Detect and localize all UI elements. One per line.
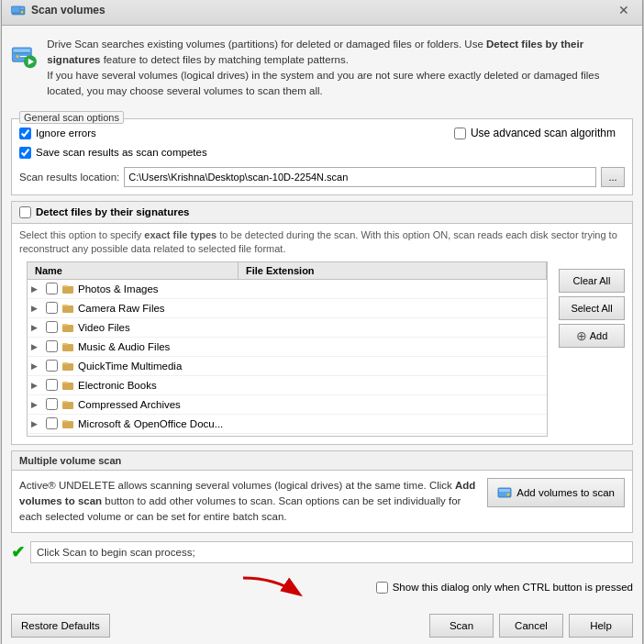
detect-signatures-checkbox[interactable] (19, 206, 31, 218)
title-bar-left: Scan volumes (11, 3, 105, 17)
help-button[interactable]: Help (569, 614, 633, 638)
add-volumes-button[interactable]: Add volumes to scan (487, 478, 625, 507)
drive-scan-icon (11, 3, 26, 17)
list-item[interactable]: ▶ QuickTime Multimedia (28, 357, 547, 376)
item-checkbox[interactable] (46, 283, 58, 294)
action-buttons: Scan Cancel Help (429, 614, 633, 638)
folder-icon (61, 340, 74, 353)
multi-volume-text: Active® UNDELETE allows scanning several… (19, 478, 480, 526)
list-item[interactable]: ▶ Photos & Images (28, 280, 547, 299)
detect-section: Detect files by their signatures Select … (11, 201, 633, 445)
save-scan-row: Save scan results as scan competes (19, 147, 625, 159)
scan-location-input[interactable] (124, 167, 596, 187)
save-scan-checkbox[interactable] (19, 147, 31, 159)
add-label: Add (590, 330, 608, 341)
expand-arrow-icon[interactable]: ▶ (31, 304, 42, 313)
expand-arrow-icon[interactable]: ▶ (31, 342, 42, 351)
general-options-label: General scan options (19, 111, 124, 124)
header-line1: Drive Scan searches existing volumes (pa… (47, 39, 583, 65)
item-name: QuickTime Multimedia (78, 361, 429, 372)
svg-point-22 (507, 493, 510, 495)
expand-arrow-icon[interactable]: ▶ (31, 361, 42, 371)
svg-rect-6 (14, 52, 30, 53)
plus-icon: ⊕ (576, 328, 587, 343)
add-button[interactable]: ⊕ Add (559, 324, 625, 348)
svg-rect-15 (62, 363, 73, 371)
advanced-scan-row: Use advanced scan algorithm (454, 127, 616, 139)
select-all-button[interactable]: Select All (559, 296, 625, 320)
red-arrow-icon (239, 573, 312, 601)
cancel-button[interactable]: Cancel (499, 614, 563, 638)
scan-volumes-dialog: Scan volumes ✕ Drive Scan searches exist… (1, 0, 643, 644)
restore-defaults-button[interactable]: Restore Defaults (11, 614, 110, 638)
detect-header: Detect files by their signatures (12, 202, 632, 224)
svg-rect-16 (62, 383, 73, 390)
detect-subtext: Select this option to specify exact file… (12, 224, 632, 261)
item-checkbox[interactable] (46, 321, 58, 333)
list-item[interactable]: ▶ Video Files (28, 318, 547, 338)
item-name: Electronic Books (78, 380, 429, 391)
file-list-wrapper: Name File Extension ▶ Photos & Images (12, 261, 555, 444)
clear-all-button[interactable]: Clear All (559, 269, 625, 293)
item-checkbox[interactable] (46, 398, 58, 410)
list-item[interactable]: ▶ Compressed Archives (28, 395, 547, 415)
save-scan-label: Save scan results as scan competes (36, 147, 207, 158)
list-item[interactable]: ▶ Microsoft & OpenOffice Docu... (28, 415, 547, 434)
ignore-errors-checkbox[interactable] (19, 128, 31, 139)
file-list-header: Name File Extension (28, 262, 547, 280)
show-dialog-label: Show this dialog only when CTRL button i… (393, 582, 633, 593)
folder-icon (61, 360, 74, 372)
item-checkbox[interactable] (46, 340, 58, 352)
svg-point-7 (17, 55, 19, 58)
status-input (30, 541, 633, 563)
show-dialog-checkbox[interactable] (376, 582, 388, 594)
close-button[interactable]: ✕ (615, 1, 633, 19)
scan-button[interactable]: Scan (429, 614, 494, 638)
svg-rect-17 (62, 402, 73, 409)
file-list-container: Name File Extension ▶ Photos & Images (27, 261, 548, 437)
item-checkbox[interactable] (46, 417, 58, 429)
dialog-body: Drive Scan searches existing volumes (pa… (2, 26, 642, 644)
multi-volume-body: Active® UNDELETE allows scanning several… (12, 471, 632, 533)
expand-arrow-icon[interactable]: ▶ (31, 381, 42, 390)
scan-location-row: Scan results location: ... (19, 167, 625, 187)
arrow-row: Show this dialog only when CTRL button i… (11, 572, 633, 603)
folder-icon (61, 283, 74, 295)
list-item[interactable]: ▶ Music & Audio Files (28, 338, 547, 357)
browse-button[interactable]: ... (601, 167, 625, 187)
item-name: Photos & Images (78, 283, 429, 294)
item-checkbox[interactable] (46, 379, 58, 391)
ignore-errors-label: Ignore errors (36, 128, 96, 139)
list-item[interactable]: ▶ Camera Raw Files (28, 299, 547, 318)
file-list-body[interactable]: ▶ Photos & Images ▶ Camera Raw Files ▶ (28, 280, 547, 436)
item-name: Video Files (78, 322, 429, 333)
list-item[interactable]: ▶ Electronic Books (28, 376, 547, 395)
header-section: Drive Scan searches existing volumes (pa… (11, 33, 633, 104)
multi-volume-section: Multiple volume scan Active® UNDELETE al… (11, 450, 633, 534)
svg-rect-21 (499, 489, 510, 492)
item-name: Microsoft & OpenOffice Docu... (78, 418, 429, 429)
expand-arrow-icon[interactable]: ▶ (31, 400, 42, 409)
svg-rect-5 (14, 49, 30, 51)
title-bar: Scan volumes ✕ (2, 0, 642, 26)
item-checkbox[interactable] (46, 360, 58, 372)
folder-icon (61, 417, 74, 430)
detect-signatures-label: Detect files by their signatures (36, 206, 189, 217)
svg-rect-18 (62, 421, 73, 428)
expand-arrow-icon[interactable]: ▶ (31, 323, 42, 332)
expand-arrow-icon[interactable]: ▶ (31, 419, 42, 428)
item-name: Compressed Archives (78, 399, 429, 410)
general-options-content: Ignore errors Use advanced scan algorith… (19, 125, 625, 187)
expand-arrow-icon[interactable]: ▶ (31, 284, 42, 294)
svg-rect-11 (62, 286, 73, 294)
folder-icon (61, 321, 74, 334)
scan-location-label: Scan results location: (19, 172, 119, 183)
item-checkbox[interactable] (46, 302, 58, 314)
show-dialog-row: Show this dialog only when CTRL button i… (376, 582, 633, 594)
folder-icon (61, 398, 74, 411)
advanced-scan-checkbox[interactable] (454, 128, 466, 139)
svg-rect-13 (62, 325, 73, 332)
list-item[interactable]: ▶ Adobe Files (28, 434, 547, 436)
side-buttons: Clear All Select All ⊕ Add (555, 261, 632, 444)
multi-volume-header: Multiple volume scan (12, 451, 632, 471)
